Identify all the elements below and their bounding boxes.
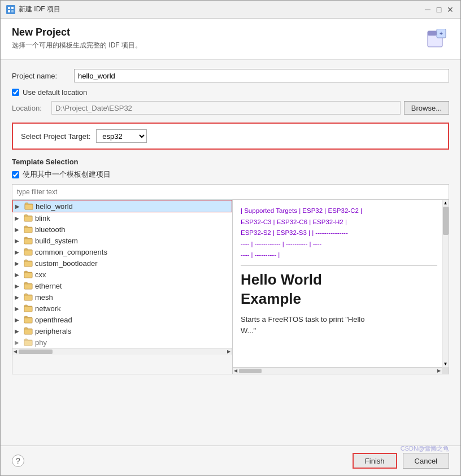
folder-icon-mesh [24, 292, 33, 302]
tree-item-network[interactable]: ▶ network [12, 303, 232, 314]
location-row: Location: Browse... [12, 101, 449, 115]
header-title: New Project [12, 27, 142, 38]
hscroll-right-right-arrow[interactable]: ▶ [436, 368, 442, 373]
tree-item-phy[interactable]: ▶ phy [12, 337, 232, 348]
tree-label-peripherals: peripherals [35, 327, 71, 335]
tree-item-blink[interactable]: ▶ blink [12, 212, 232, 224]
tree-item-bluetooth[interactable]: ▶ bluetooth [12, 224, 232, 235]
targets-line3: ESP32-S2 | ESP32-S3 | | --------------- [241, 228, 437, 239]
folder-icon-hello_world [24, 202, 33, 211]
content-area: Project name: Use default location Locat… [1, 60, 460, 446]
browse-button[interactable]: Browse... [404, 101, 449, 115]
right-panel-wrap: | Supported Targets | ESP32 | ESP32-C2 |… [233, 200, 449, 374]
right-vscroll[interactable]: ▲ ▼ [442, 200, 449, 367]
tree-label-common_components: common_components [35, 248, 107, 256]
help-button[interactable]: ? [12, 455, 24, 467]
location-input [51, 101, 401, 115]
target-select[interactable]: esp32 esp32s2 esp32s3 esp32c3 esp32h2 [96, 129, 147, 143]
right-hscroll-thumb[interactable] [239, 369, 262, 373]
preview-example-title: Hello WorldExample [241, 270, 437, 309]
header-text-block: New Project 选择一个可用的模板生成完整的 IDF 项目。 [12, 27, 142, 50]
template-section: Template Selection 使用其中一个模板创建项目 ▶ [12, 158, 449, 374]
use-template-checkbox[interactable] [12, 171, 19, 178]
vscroll-track [442, 206, 449, 361]
tree-item-cxx[interactable]: ▶ cxx [12, 269, 232, 280]
folder-icon-openthread [24, 315, 33, 324]
svg-rect-1 [8, 7, 10, 9]
tree-item-ethernet[interactable]: ▶ ethernet [12, 280, 232, 291]
left-hscroll[interactable]: ◀ ▶ [12, 348, 232, 355]
tree-label-bluetooth: bluetooth [35, 225, 66, 234]
tree-label-openthread: openthread [35, 316, 72, 324]
tree-label-blink: blink [35, 214, 50, 222]
folder-icon-phy [24, 338, 33, 347]
project-name-input[interactable] [74, 69, 449, 82]
new-project-icon: + [424, 27, 449, 51]
hscroll-left-track [18, 349, 226, 355]
arrow-ethernet: ▶ [15, 283, 21, 289]
folder-icon-network [24, 304, 33, 313]
tree-item-peripherals[interactable]: ▶ peripherals [12, 325, 232, 337]
hscroll-right-arrow[interactable]: ▶ [226, 349, 232, 354]
arrow-hello_world: ▶ [15, 203, 22, 209]
svg-text:+: + [440, 30, 443, 37]
close-button[interactable]: ✕ [446, 5, 455, 14]
folder-icon-common_components [24, 247, 33, 256]
tree-item-mesh[interactable]: ▶ mesh [12, 291, 232, 303]
targets-line5: ---- | ---------- | [241, 250, 437, 261]
arrow-openthread: ▶ [15, 317, 21, 323]
title-controls: ─ □ ✕ [423, 5, 455, 14]
vscroll-up-arrow[interactable]: ▲ [442, 200, 449, 206]
header-subtitle: 选择一个可用的模板生成完整的 IDF 项目。 [12, 41, 142, 50]
arrow-peripherals: ▶ [15, 328, 21, 334]
tree-label-ethernet: ethernet [35, 282, 62, 290]
targets-line1: | Supported Targets | ESP32 | ESP32-C2 | [241, 206, 437, 217]
hscroll-left-thumb[interactable] [19, 350, 53, 354]
use-default-location-label: Use default location [23, 88, 87, 97]
template-section-title: Template Selection [12, 158, 449, 166]
arrow-phy: ▶ [15, 339, 21, 346]
tree-panel: ▶ hello_world ▶ [12, 200, 233, 348]
use-template-label: 使用其中一个模板创建项目 [23, 169, 111, 180]
tree-item-custom_bootloader[interactable]: ▶ custom_bootloader [12, 257, 232, 269]
minimize-button[interactable]: ─ [423, 5, 432, 14]
vscroll-down-arrow[interactable]: ▼ [442, 361, 449, 367]
use-default-location-row: Use default location [12, 88, 449, 97]
scroll-corner [442, 367, 449, 374]
svg-rect-2 [11, 7, 14, 9]
dialog-window: 新建 IDF 项目 ─ □ ✕ New Project 选择一个可用的模板生成完… [0, 0, 461, 476]
preview-panel: | Supported Targets | ESP32 | ESP32-C2 |… [233, 200, 449, 374]
maximize-button[interactable]: □ [434, 5, 443, 14]
svg-rect-6 [428, 31, 437, 36]
arrow-custom_bootloader: ▶ [15, 260, 21, 267]
vscroll-thumb[interactable] [443, 207, 449, 235]
finish-button[interactable]: Finish [353, 453, 397, 469]
use-default-location-checkbox[interactable] [12, 89, 19, 96]
template-panels: ▶ hello_world ▶ [12, 199, 449, 374]
targets-line4: ---- | ------------ | ---------- | ---- [241, 239, 437, 250]
tree-item-hello_world[interactable]: ▶ hello_world [12, 200, 232, 212]
tree-label-cxx: cxx [35, 270, 46, 279]
tree-label-hello_world: hello_world [36, 202, 73, 211]
arrow-bluetooth: ▶ [15, 226, 21, 233]
arrow-cxx: ▶ [15, 272, 21, 278]
tree-item-common_components[interactable]: ▶ common_components [12, 246, 232, 257]
folder-icon-build_system [24, 236, 33, 245]
tree-item-build_system[interactable]: ▶ build_system [12, 235, 232, 246]
cancel-button[interactable]: Cancel [403, 453, 449, 469]
arrow-common_components: ▶ [15, 249, 21, 255]
hscroll-left-arrow[interactable]: ◀ [12, 349, 18, 354]
filter-input[interactable] [12, 185, 449, 199]
folder-icon-blink [24, 213, 33, 222]
tree-label-build_system: build_system [35, 237, 78, 245]
hscroll-right-left-arrow[interactable]: ◀ [233, 368, 238, 373]
right-hscroll[interactable]: ◀ ▶ [233, 367, 442, 374]
folder-icon-bluetooth [24, 225, 33, 234]
preview-targets: | Supported Targets | ESP32 | ESP32-C2 |… [241, 206, 437, 266]
tree-item-openthread[interactable]: ▶ openthread [12, 314, 232, 325]
filter-input-wrap [12, 184, 449, 199]
target-section: Select Project Target: esp32 esp32s2 esp… [12, 123, 449, 150]
folder-icon-ethernet [24, 281, 33, 290]
location-label: Location: [12, 104, 51, 112]
tree-label-phy: phy [35, 338, 47, 347]
